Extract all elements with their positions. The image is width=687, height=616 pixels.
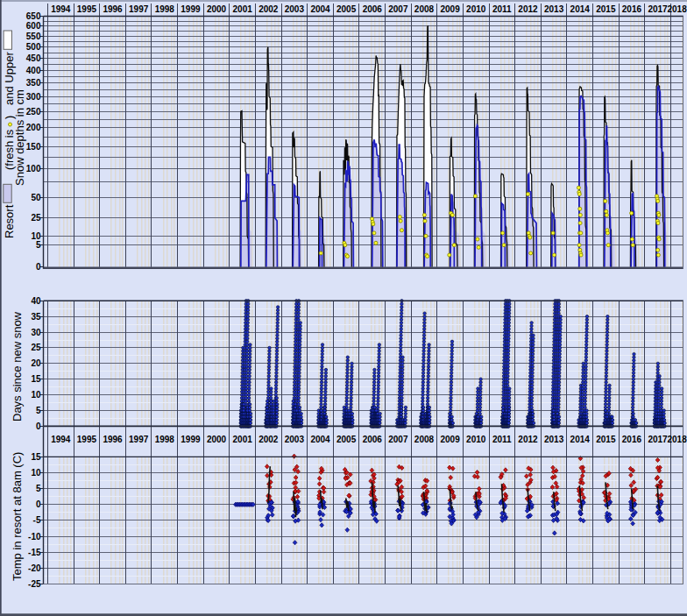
svg-text:2009: 2009	[440, 435, 460, 444]
svg-text:5: 5	[36, 406, 41, 415]
svg-text:300: 300	[26, 92, 41, 102]
svg-text:2004: 2004	[310, 435, 330, 444]
svg-text:2008: 2008	[414, 4, 435, 14]
svg-text:15: 15	[31, 452, 41, 462]
svg-text:1997: 1997	[129, 435, 149, 444]
svg-text:2017: 2017	[648, 4, 668, 14]
svg-text:2016: 2016	[622, 4, 642, 14]
svg-text:2010: 2010	[466, 435, 486, 444]
svg-text:2014: 2014	[570, 435, 591, 444]
svg-text:1994: 1994	[51, 4, 71, 14]
svg-text:550: 550	[26, 32, 41, 41]
svg-text:2001: 2001	[233, 4, 253, 14]
svg-text:2011: 2011	[492, 4, 512, 14]
svg-text:35: 35	[31, 312, 41, 322]
svg-text:20: 20	[31, 358, 41, 368]
svg-text:200: 200	[26, 123, 41, 132]
svg-text:2018: 2018	[668, 435, 687, 444]
svg-text:5: 5	[36, 240, 41, 250]
svg-text:2007: 2007	[388, 435, 408, 444]
svg-text:350: 350	[26, 78, 41, 88]
svg-text:1996: 1996	[103, 4, 123, 14]
svg-text:40: 40	[31, 296, 41, 306]
svg-text:Snow depths in cm: Snow depths in cm	[13, 89, 26, 186]
svg-text:1999: 1999	[181, 4, 201, 14]
svg-text:25: 25	[31, 343, 41, 352]
svg-text:-25: -25	[28, 579, 41, 589]
svg-text:2001: 2001	[233, 435, 253, 444]
svg-text:2000: 2000	[207, 4, 227, 14]
svg-text:50: 50	[31, 193, 41, 202]
svg-text:2003: 2003	[285, 435, 305, 444]
svg-text:2015: 2015	[596, 435, 616, 444]
svg-text:10: 10	[31, 468, 41, 478]
svg-text:1995: 1995	[77, 4, 97, 14]
svg-text:25: 25	[31, 213, 41, 223]
svg-text:2002: 2002	[259, 4, 279, 14]
svg-text:-10: -10	[28, 532, 41, 542]
svg-text:2011: 2011	[492, 435, 512, 444]
svg-text:2009: 2009	[440, 4, 460, 14]
svg-text:15: 15	[31, 374, 41, 384]
svg-text:2012: 2012	[518, 4, 538, 14]
svg-text:400: 400	[26, 66, 41, 75]
svg-text:10: 10	[31, 390, 41, 400]
svg-text:2018: 2018	[668, 4, 687, 14]
svg-text:Resort: Resort	[3, 204, 16, 238]
svg-text:Days since new snow: Days since new snow	[11, 311, 24, 421]
svg-text:1998: 1998	[155, 435, 175, 444]
svg-text:2016: 2016	[622, 435, 642, 444]
svg-text:2000: 2000	[207, 435, 227, 444]
svg-text:1995: 1995	[77, 435, 97, 444]
svg-text:250: 250	[26, 107, 41, 117]
svg-text:1999: 1999	[181, 435, 201, 444]
svg-text:2015: 2015	[596, 4, 616, 14]
svg-text:2005: 2005	[336, 435, 357, 444]
svg-text:1996: 1996	[103, 435, 123, 444]
svg-text:30: 30	[31, 328, 41, 337]
svg-text:500: 500	[26, 42, 41, 52]
svg-text:2010: 2010	[466, 4, 486, 14]
svg-text:2008: 2008	[414, 435, 435, 444]
svg-text:-5: -5	[33, 515, 41, 525]
svg-text:-15: -15	[28, 548, 41, 557]
svg-text:0: 0	[36, 499, 41, 509]
svg-text:100: 100	[26, 164, 41, 173]
svg-text:1994: 1994	[51, 435, 71, 444]
svg-text:150: 150	[26, 142, 41, 152]
svg-text:650: 650	[26, 11, 41, 21]
svg-text:10: 10	[31, 231, 41, 241]
svg-text:2006: 2006	[363, 435, 383, 444]
svg-text:0: 0	[36, 262, 41, 272]
svg-text:1998: 1998	[155, 4, 175, 14]
svg-text:2012: 2012	[518, 435, 538, 444]
svg-text:0: 0	[36, 421, 41, 431]
svg-text:2004: 2004	[310, 4, 330, 14]
svg-text:2003: 2003	[285, 4, 305, 14]
svg-text:2014: 2014	[570, 4, 591, 14]
svg-text:-20: -20	[28, 563, 41, 573]
svg-text:5: 5	[36, 484, 41, 493]
svg-text:600: 600	[26, 21, 41, 31]
svg-text:2006: 2006	[363, 4, 383, 14]
svg-text:2007: 2007	[388, 4, 408, 14]
svg-text:2002: 2002	[259, 435, 279, 444]
svg-text:1997: 1997	[129, 4, 149, 14]
svg-text:450: 450	[26, 53, 41, 63]
svg-text:2013: 2013	[544, 4, 564, 14]
svg-text:2013: 2013	[544, 435, 564, 444]
svg-text:2005: 2005	[336, 4, 357, 14]
svg-text:2017: 2017	[648, 435, 668, 444]
svg-text:Temp in resort at 8am (C): Temp in resort at 8am (C)	[11, 452, 24, 581]
